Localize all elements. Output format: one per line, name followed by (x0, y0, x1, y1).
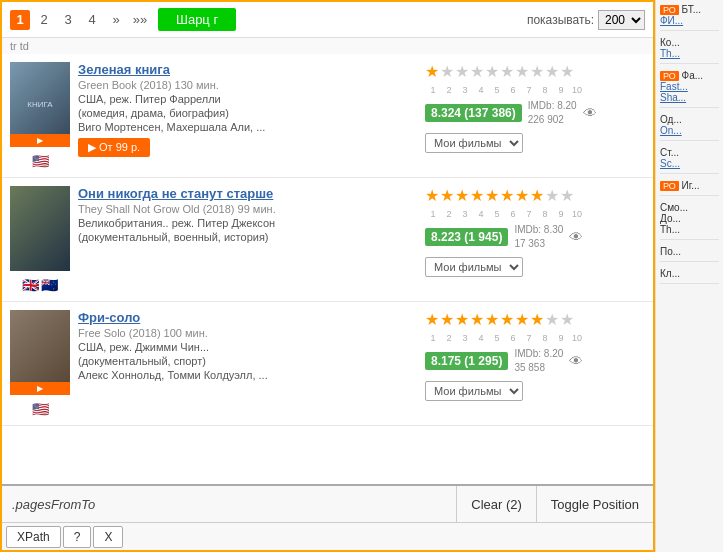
page-1[interactable]: 1 (10, 10, 30, 30)
film-title-en: Green Book (2018) 130 мин. (78, 79, 417, 91)
film-title-link[interactable]: Фри-соло (78, 310, 140, 325)
films-list: КНИГА ▶ 🇺🇸 Зеленая книга Green Book (201… (2, 54, 653, 484)
film-meta: США, реж. Джимми Чин... (78, 341, 417, 353)
sidebar-link[interactable]: Sha... (660, 92, 686, 103)
sidebar-badge: РО (660, 181, 679, 191)
star-2[interactable]: ★ (440, 62, 454, 81)
css-selector-input[interactable] (2, 497, 456, 512)
rating-score-row: 8.324 (137 386) IMDb: 8.20 226 902 👁 (425, 99, 597, 127)
imdb-info: IMDb: 8.20 226 902 (528, 99, 577, 127)
page-4[interactable]: 4 (82, 10, 102, 30)
sidebar-item: Кл... (660, 268, 719, 284)
imdb-score: IMDb: 8.20 (514, 347, 563, 361)
clear-button[interactable]: Clear (2) (456, 486, 536, 522)
page-arrow-single[interactable]: » (106, 10, 126, 30)
page-arrow-double[interactable]: »» (130, 10, 150, 30)
star-numbers: 12345678910 (425, 209, 585, 219)
star-numbers: 12345678910 (425, 333, 585, 343)
table-row: 🇬🇧🇳🇿 Они никогда не станут старше They S… (2, 178, 653, 302)
sidebar-badge: РО (660, 5, 679, 15)
star-10[interactable]: ★ (560, 62, 574, 81)
my-films-select[interactable]: Мои фильмы (425, 257, 523, 277)
rating-badge: 8.175 (1 295) (425, 352, 508, 370)
sidebar-item: РО Иг... (660, 180, 719, 196)
film-title-en: They Shall Not Grow Old (2018) 99 мин. (78, 203, 417, 215)
sidebar-text: Кл... (660, 268, 680, 279)
film-actors: Алекс Хоннольд, Томми Колдуэлл, ... (78, 369, 417, 381)
film-genres: (комедия, драма, биография) (78, 107, 417, 119)
sidebar-link[interactable]: Sc... (660, 158, 680, 169)
eye-icon[interactable]: 👁 (569, 353, 583, 369)
bottom-bar: Clear (2) Toggle Position XPath ? X (2, 484, 653, 550)
sidebar-link[interactable]: Fast... (660, 81, 688, 92)
film-meta: США, реж. Питер Фаррелли (78, 93, 417, 105)
star-9[interactable]: ★ (545, 62, 559, 81)
sidebar-item: Од... On... (660, 114, 719, 141)
sidebar-item: РО БТ... ФИ... (660, 4, 719, 31)
film-rating-area: ★ ★ ★ ★ ★ ★ ★ ★ ★ ★ 12345678910 (425, 62, 645, 153)
right-sidebar: РО БТ... ФИ... Ко... Th... РО Фа... Fast… (655, 0, 723, 552)
show-select[interactable]: 200 100 50 (598, 10, 645, 30)
film-info: Фри-соло Free Solo (2018) 100 мин. США, … (78, 310, 417, 381)
search-button[interactable]: Шарц г (158, 8, 236, 31)
star-numbers: 12345678910 (425, 85, 585, 95)
page-2[interactable]: 2 (34, 10, 54, 30)
tr-td-label: tr td (2, 38, 653, 54)
film-poster: ▶ (10, 310, 70, 395)
film-rating-area: ★ ★ ★ ★ ★ ★ ★ ★ ★ ★ 12345678910 (425, 186, 645, 277)
film-title-link[interactable]: Зеленая книга (78, 62, 170, 77)
star-7[interactable]: ★ (515, 62, 529, 81)
film-title: Они никогда не станут старше (78, 186, 417, 201)
imdb-count: 35 858 (514, 361, 563, 375)
page-3[interactable]: 3 (58, 10, 78, 30)
sidebar-item: РО Фа... Fast... Sha... (660, 70, 719, 108)
eye-icon[interactable]: 👁 (569, 229, 583, 245)
sidebar-text: По... (660, 246, 681, 257)
star-4[interactable]: ★ (470, 62, 484, 81)
sidebar-link[interactable]: On... (660, 125, 682, 136)
film-watch-button[interactable]: ▶ От 99 р. (78, 138, 150, 157)
star-3[interactable]: ★ (455, 62, 469, 81)
film-poster: КНИГА ▶ (10, 62, 70, 147)
table-row: ▶ 🇺🇸 Фри-соло Free Solo (2018) 100 мин. … (2, 302, 653, 426)
sidebar-link[interactable]: ФИ... (660, 15, 683, 26)
sidebar-text: БТ... (682, 4, 701, 15)
rating-score-row: 8.175 (1 295) IMDb: 8.20 35 858 👁 (425, 347, 583, 375)
film-info: Они никогда не станут старше They Shall … (78, 186, 417, 243)
film-flag: 🇺🇸 (32, 153, 49, 169)
film-genres: (документальный, военный, история) (78, 231, 417, 243)
film-genres: (документальный, спорт) (78, 355, 417, 367)
bottom-row1: Clear (2) Toggle Position (2, 486, 653, 522)
film-rating-area: ★ ★ ★ ★ ★ ★ ★ ★ ★ ★ 12345678910 (425, 310, 645, 401)
star-5[interactable]: ★ (485, 62, 499, 81)
rating-badge: 8.223 (1 945) (425, 228, 508, 246)
rating-badge: 8.324 (137 386) (425, 104, 522, 122)
my-films-select[interactable]: Мои фильмы (425, 381, 523, 401)
sidebar-text: Ко... (660, 37, 680, 48)
table-row: КНИГА ▶ 🇺🇸 Зеленая книга Green Book (201… (2, 54, 653, 178)
sidebar-text: Ст... (660, 147, 679, 158)
close-button[interactable]: X (93, 526, 123, 548)
sidebar-item: Ко... Th... (660, 37, 719, 64)
bottom-row2: XPath ? X (2, 522, 653, 550)
star-1[interactable]: ★ (425, 62, 439, 81)
show-label: показывать: (527, 13, 594, 27)
film-title-link[interactable]: Они никогда не станут старше (78, 186, 273, 201)
poster-play-badge: ▶ (10, 382, 70, 395)
film-info: Зеленая книга Green Book (2018) 130 мин.… (78, 62, 417, 157)
star-6[interactable]: ★ (500, 62, 514, 81)
film-title: Фри-соло (78, 310, 417, 325)
imdb-count: 17 363 (514, 237, 563, 251)
stars-row: ★ ★ ★ ★ ★ ★ ★ ★ ★ ★ (425, 62, 574, 81)
film-actors: Виго Мортенсен, Махершала Али, ... (78, 121, 417, 133)
xpath-button[interactable]: XPath (6, 526, 61, 548)
my-films-select[interactable]: Мои фильмы (425, 133, 523, 153)
imdb-score: IMDb: 8.20 (528, 99, 577, 113)
eye-icon[interactable]: 👁 (583, 105, 597, 121)
question-button[interactable]: ? (63, 526, 92, 548)
sidebar-badge: РО (660, 71, 679, 81)
star-8[interactable]: ★ (530, 62, 544, 81)
sidebar-link[interactable]: Th... (660, 48, 680, 59)
imdb-count: 226 902 (528, 113, 577, 127)
toggle-position-button[interactable]: Toggle Position (536, 486, 653, 522)
